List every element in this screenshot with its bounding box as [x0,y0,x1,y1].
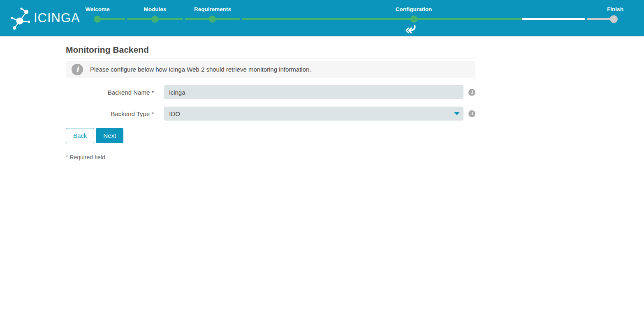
backend-name-row: Backend Name * i [66,85,475,99]
chevron-down-icon [454,112,460,115]
step-label-welcome: Welcome [85,6,109,12]
step-label-configuration: Configuration [396,6,432,12]
required-field-note: * Required field [66,154,475,160]
wizard-page: Monitoring Backend i Please configure be… [66,45,475,160]
step-dot-finish [610,15,618,23]
step-dot-modules [151,16,158,23]
icinga-logo: ICINGA [9,6,80,30]
icinga-logo-text: ICINGA [34,11,80,26]
info-banner: i Please configure below how Icinga Web … [66,61,475,78]
icinga-logo-icon [9,6,32,30]
progress-bar-configuration-remaining [522,18,585,20]
page-title: Monitoring Backend [66,45,475,58]
backend-name-info-icon[interactable]: i [468,89,475,96]
step-dot-configuration [410,16,417,23]
info-message: Please configure below how Icinga Web 2 … [90,66,311,73]
backend-name-input[interactable] [164,85,463,99]
backend-name-field [164,85,463,99]
backend-type-row: Backend Type * IDO i [66,107,475,121]
step-label-modules: Modules [144,6,167,12]
back-button[interactable]: Back [66,128,94,143]
backend-type-info-icon[interactable]: i [468,110,475,117]
wizard-header: ICINGA Welcome Modules Requirements Conf… [0,0,644,36]
backend-type-selected-value: IDO [169,110,180,117]
backend-form: Backend Name * i Backend Type * IDO i [66,85,475,121]
return-arrow-icon [405,24,416,34]
step-dot-requirements [209,16,216,23]
step-label-finish: Finish [607,6,623,12]
next-button[interactable]: Next [96,128,123,143]
backend-type-label: Backend Type * [66,110,154,117]
backend-name-label: Backend Name * [66,89,154,96]
step-label-requirements: Requirements [194,6,231,12]
info-icon: i [72,64,83,75]
step-dot-welcome [94,16,101,23]
progress-bar-configuration-done [242,18,522,20]
backend-type-field: IDO [164,107,463,121]
wizard-nav-buttons: Back Next [66,128,475,143]
backend-type-select[interactable]: IDO [164,107,463,121]
